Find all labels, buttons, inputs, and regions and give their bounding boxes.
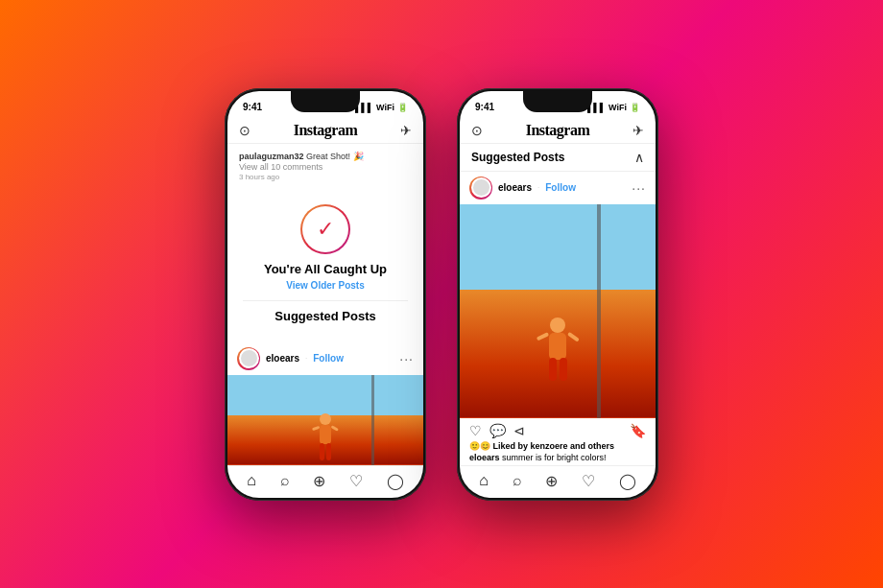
divider-1: [243, 300, 408, 301]
post-user-info-2: eloears · Follow: [469, 176, 576, 200]
collapse-icon[interactable]: ∧: [634, 150, 644, 165]
ig-header-1: ⊙ Instagram ✈: [227, 118, 423, 144]
comment-text: paulaguzman32 Great Shot! 🎉: [239, 152, 412, 161]
post-user-info-1: eloears · Follow: [237, 347, 344, 370]
liked-by-user[interactable]: kenzoere: [531, 441, 568, 451]
avatar-img-1: [239, 348, 259, 368]
nav-heart-1[interactable]: ♡: [349, 472, 363, 490]
likes-suffix: and others: [570, 441, 614, 451]
ig-logo-1: Instagram: [294, 122, 358, 139]
sky-bg-1: [227, 375, 423, 415]
share-icon-2[interactable]: ⊲: [513, 423, 525, 438]
pole-2: [597, 204, 601, 418]
wifi-icon-1: WiFi: [376, 103, 394, 112]
battery-icon-1: 🔋: [397, 103, 408, 112]
wifi-icon-2: WiFi: [609, 103, 627, 112]
more-options-1[interactable]: ···: [399, 351, 414, 366]
nav-home-2[interactable]: ⌂: [479, 472, 489, 489]
status-icons-2: ▌▌▌ WiFi 🔋: [587, 103, 640, 112]
view-comments-link[interactable]: View all 10 comments: [239, 162, 412, 172]
checkmark-icon: ✓: [317, 219, 334, 240]
suggested-label-1: Suggested Posts: [274, 309, 375, 323]
nav-search-2[interactable]: ⌕: [513, 472, 522, 489]
status-time-1: 9:41: [243, 102, 262, 112]
like-icon-2[interactable]: ♡: [469, 423, 482, 438]
status-time-2: 9:41: [475, 102, 494, 112]
time-ago: 3 hours ago: [239, 173, 412, 181]
nav-add-2[interactable]: ⊕: [545, 472, 558, 490]
comment-user: paulaguzman32: [239, 152, 304, 161]
actions-row-2: ♡ 💬 ⊲ 🔖: [460, 418, 656, 440]
caption-row: eloears summer is for bright colors!: [460, 452, 656, 465]
phone-2: 9:41 ▌▌▌ WiFi 🔋 ⊙ Instagram ✈ Suggested …: [457, 88, 658, 501]
nav-search-1[interactable]: ⌕: [280, 472, 290, 489]
send-icon-1[interactable]: ✈: [400, 123, 412, 138]
person-figure-1: [306, 412, 345, 465]
nav-profile-1[interactable]: ◯: [387, 472, 404, 490]
svg-rect-4: [320, 443, 324, 460]
post-header-2: eloears · Follow ···: [460, 172, 656, 204]
battery-icon-2: 🔋: [630, 103, 640, 112]
svg-rect-2: [312, 425, 321, 431]
comment-content: Great Shot! 🎉: [306, 152, 364, 161]
person-bg-1: [227, 415, 423, 465]
comment-section: paulaguzman32 Great Shot! 🎉 View all 10 …: [227, 144, 423, 185]
follow-button-2[interactable]: Follow: [545, 182, 576, 193]
likes-prefix: Liked by: [493, 441, 531, 451]
username-2[interactable]: eloears: [498, 182, 532, 193]
svg-rect-1: [320, 425, 331, 444]
suggested-posts-label: Suggested Posts: [471, 151, 564, 164]
caught-up-title: You're All Caught Up: [264, 262, 387, 276]
camera-icon-2[interactable]: ⊙: [471, 123, 483, 138]
bottom-nav-1: ⌂ ⌕ ⊕ ♡ ◯: [227, 465, 423, 498]
svg-point-6: [550, 318, 565, 333]
follow-button-1[interactable]: Follow: [313, 353, 344, 364]
post-image-2: [460, 204, 656, 418]
svg-rect-10: [549, 358, 557, 381]
caption-username[interactable]: eloears: [469, 453, 500, 462]
ig-header-2: ⊙ Instagram ✈: [460, 118, 656, 144]
action-icons-left: ♡ 💬 ⊲: [469, 423, 525, 438]
post-header-1: eloears · Follow ···: [227, 342, 423, 375]
sky-bg-2: [460, 204, 656, 290]
caught-up-circle: ✓: [300, 204, 350, 254]
older-posts-link[interactable]: View Older Posts: [286, 280, 365, 291]
phone-1: 9:41 ▌▌▌ WiFi 🔋 ⊙ Instagram ✈ paulaguzma…: [225, 88, 426, 501]
notch-2: [523, 91, 592, 112]
svg-rect-5: [326, 443, 331, 460]
caught-up-section: ✓ You're All Caught Up View Older Posts …: [227, 185, 423, 342]
username-1[interactable]: eloears: [266, 353, 299, 364]
suggested-header-2: Suggested Posts ∧: [460, 144, 656, 172]
likes-row: 🙂😊 Liked by kenzoere and others: [460, 440, 656, 452]
ig-logo-2: Instagram: [526, 122, 590, 139]
avatar-2: [469, 176, 492, 200]
nav-add-1[interactable]: ⊕: [313, 472, 325, 490]
post-image-1: [227, 375, 423, 465]
person-figure-2: [532, 316, 585, 392]
comment-icon-2[interactable]: 💬: [489, 423, 506, 438]
separator-1: ·: [305, 354, 307, 363]
camera-icon-1[interactable]: ⊙: [239, 123, 251, 138]
nav-profile-2[interactable]: ◯: [619, 472, 636, 490]
emoji-likes: 🙂😊: [469, 441, 490, 451]
nav-heart-2[interactable]: ♡: [582, 472, 595, 490]
nav-home-1[interactable]: ⌂: [247, 472, 256, 489]
avatar-1: [237, 347, 260, 370]
send-icon-2[interactable]: ✈: [632, 123, 644, 138]
avatar-img-2: [471, 177, 491, 198]
more-options-2[interactable]: ···: [632, 180, 646, 196]
bookmark-icon-2[interactable]: 🔖: [630, 423, 646, 438]
pole-1: [371, 375, 374, 465]
caption-text: summer is for bright colors!: [502, 453, 607, 462]
svg-point-0: [320, 413, 331, 425]
svg-rect-9: [566, 331, 579, 341]
svg-rect-7: [549, 333, 566, 360]
person-bg-2: [460, 290, 656, 418]
separator-2: ·: [537, 183, 539, 192]
svg-rect-11: [560, 358, 567, 381]
svg-rect-8: [536, 332, 548, 341]
notch-1: [291, 91, 360, 112]
svg-rect-3: [331, 425, 339, 432]
status-icons-1: ▌▌▌ WiFi 🔋: [355, 103, 408, 112]
bottom-nav-2: ⌂ ⌕ ⊕ ♡ ◯: [460, 465, 656, 498]
